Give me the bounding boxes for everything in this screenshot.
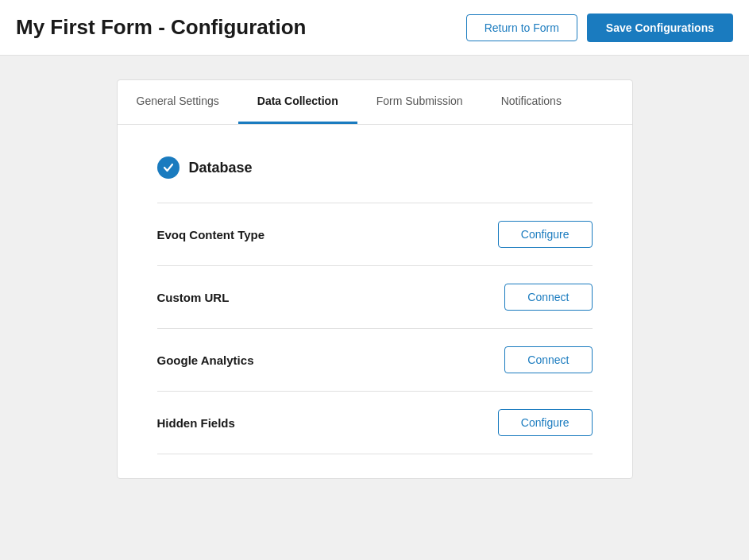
top-bar: My First Form - Configuration Return to … (0, 0, 749, 56)
check-circle-icon (157, 156, 180, 179)
page-title: My First Form - Configuration (16, 15, 306, 40)
tab-data-collection[interactable]: Data Collection (238, 80, 357, 124)
custom-url-row: Custom URL Connect (157, 266, 593, 329)
top-bar-actions: Return to Form Save Configurations (466, 14, 733, 42)
evoq-content-type-row: Evoq Content Type Configure (157, 203, 593, 266)
database-label: Database (189, 160, 253, 176)
tab-content: Database Evoq Content Type Configure Cus… (118, 125, 632, 478)
hidden-fields-label: Hidden Fields (157, 416, 235, 430)
tabs: General Settings Data Collection Form Su… (118, 80, 632, 125)
google-analytics-row: Google Analytics Connect (157, 329, 593, 392)
google-analytics-connect-button[interactable]: Connect (504, 346, 592, 373)
save-configurations-button[interactable]: Save Configurations (587, 14, 733, 42)
hidden-fields-configure-button[interactable]: Configure (498, 409, 593, 436)
return-to-form-button[interactable]: Return to Form (466, 14, 577, 41)
google-analytics-label: Google Analytics (157, 353, 254, 367)
custom-url-connect-button[interactable]: Connect (504, 284, 592, 311)
tab-form-submission[interactable]: Form Submission (357, 80, 482, 124)
config-panel: General Settings Data Collection Form Su… (117, 79, 633, 479)
database-section: Database (157, 156, 593, 179)
tab-general-settings[interactable]: General Settings (118, 80, 238, 124)
hidden-fields-row: Hidden Fields Configure (157, 392, 593, 454)
evoq-configure-button[interactable]: Configure (498, 221, 593, 248)
custom-url-label: Custom URL (157, 291, 230, 304)
evoq-content-type-label: Evoq Content Type (157, 228, 265, 241)
main-content: General Settings Data Collection Form Su… (0, 56, 749, 503)
tab-notifications[interactable]: Notifications (482, 80, 581, 124)
